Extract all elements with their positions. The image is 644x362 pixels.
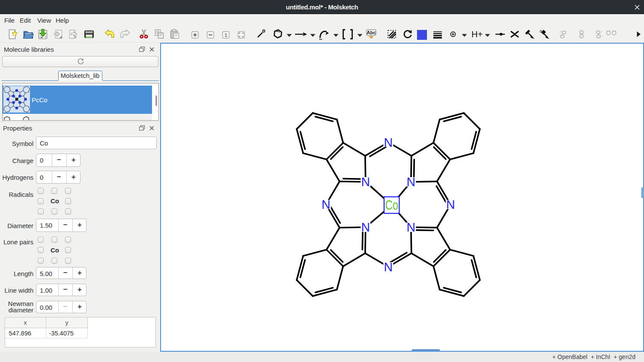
svg-text:N: N — [384, 260, 393, 274]
svg-text:Co: Co — [385, 198, 398, 213]
svg-text:N: N — [384, 135, 393, 149]
svg-text:N: N — [407, 175, 416, 189]
svg-text:N: N — [407, 220, 416, 234]
svg-text:N: N — [361, 175, 370, 189]
svg-text:N: N — [446, 197, 455, 211]
svg-text:N: N — [361, 220, 370, 234]
svg-text:N: N — [322, 197, 331, 211]
